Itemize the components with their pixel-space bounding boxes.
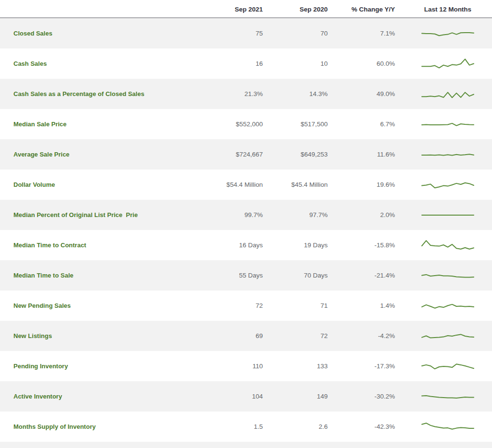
sparkline-last-12-months	[395, 419, 492, 435]
metric-label: Dollar Volume	[0, 181, 205, 188]
value-sep-2021: 69	[205, 332, 263, 339]
value-sep-2021: 99.7%	[205, 211, 263, 218]
sparkline-last-12-months	[395, 56, 492, 72]
value-sep-2021: 16 Days	[205, 242, 263, 249]
table-row: Median Time to Contract 16 Days 19 Days …	[0, 230, 492, 260]
sparkline-chart	[421, 207, 475, 223]
sparkline-trend-line	[422, 32, 474, 35]
sparkline-chart	[421, 237, 475, 254]
value-sep-2021: 72	[205, 302, 263, 309]
value-change-yoy: 6.7%	[328, 121, 395, 128]
market-summary-table: Sep 2021 Sep 2020 % Change Y/Y Last 12 M…	[0, 0, 492, 448]
metric-label: Months Supply of Inventory	[0, 423, 205, 430]
sparkline-trend-line	[422, 423, 474, 429]
value-sep-2020: $649,253	[263, 151, 328, 158]
sparkline-trend-line	[422, 395, 474, 398]
sparkline-trend-line	[422, 304, 474, 308]
table-row: Months Supply of Inventory 1.5 2.6 -42.3…	[0, 412, 492, 442]
sparkline-trend-line	[422, 364, 474, 369]
value-sep-2021: 55 Days	[205, 272, 263, 279]
metric-label: Average Sale Price	[0, 151, 205, 158]
value-change-yoy: -15.8%	[328, 242, 395, 249]
sparkline-last-12-months	[395, 298, 492, 314]
value-sep-2021: 110	[205, 363, 263, 370]
column-header-sep-2021: Sep 2021	[205, 6, 263, 17]
value-sep-2020: 2.6	[263, 423, 328, 430]
sparkline-chart	[421, 358, 475, 375]
value-sep-2020: 14.3%	[263, 90, 328, 97]
value-sep-2020: 149	[263, 393, 328, 400]
value-sep-2021: $552,000	[205, 121, 263, 128]
sparkline-trend-line	[422, 154, 474, 155]
table-header-row: Sep 2021 Sep 2020 % Change Y/Y Last 12 M…	[0, 0, 492, 18]
sparkline-trend-line	[422, 334, 474, 338]
metric-label: Cash Sales	[0, 60, 205, 67]
value-change-yoy: 2.0%	[328, 211, 395, 218]
column-header-sep-2020: Sep 2020	[263, 6, 328, 17]
value-change-yoy: 60.0%	[328, 60, 395, 67]
value-change-yoy: 11.6%	[328, 151, 395, 158]
value-sep-2021: $724,667	[205, 151, 263, 158]
value-sep-2020: $45.4 Million	[263, 181, 328, 188]
value-sep-2020: 133	[263, 363, 328, 370]
metric-label: Closed Sales	[0, 30, 205, 37]
value-sep-2020: 72	[263, 332, 328, 339]
sparkline-chart	[421, 116, 475, 133]
metric-label: Pending Inventory	[0, 363, 205, 370]
sparkline-trend-line	[422, 123, 474, 125]
sparkline-trend-line	[422, 241, 474, 249]
sparkline-last-12-months	[395, 25, 492, 42]
table-row: New Listings 69 72 -4.2%	[0, 321, 492, 351]
value-sep-2021: 1.5	[205, 423, 263, 430]
metric-label: Median Time to Sale	[0, 272, 205, 279]
table-row: Median Time to Sale 55 Days 70 Days -21.…	[0, 260, 492, 291]
table-row: Closed Sales 75 70 7.1%	[0, 18, 492, 48]
sparkline-chart	[421, 267, 475, 284]
sparkline-last-12-months	[395, 116, 492, 133]
value-change-yoy: -42.3%	[328, 423, 395, 430]
table-row: Dollar Volume $54.4 Million $45.4 Millio…	[0, 170, 492, 200]
value-sep-2020: $517,500	[263, 121, 328, 128]
value-sep-2021: 104	[205, 393, 263, 400]
sparkline-chart	[421, 146, 475, 163]
value-sep-2020: 71	[263, 302, 328, 309]
sparkline-last-12-months	[395, 177, 492, 193]
value-change-yoy: 49.0%	[328, 90, 395, 97]
sparkline-trend-line	[422, 182, 474, 187]
value-sep-2020: 70	[263, 30, 328, 37]
metric-label: Active Inventory	[0, 393, 205, 400]
sparkline-last-12-months	[395, 388, 492, 405]
sparkline-chart	[421, 298, 475, 314]
metric-label: Median Sale Price	[0, 121, 205, 128]
sparkline-last-12-months	[395, 237, 492, 254]
column-header-last-12-months: Last 12 Months	[395, 6, 492, 17]
table-row: Active Inventory 104 149 -30.2%	[0, 381, 492, 412]
table-row: Cash Sales 16 10 60.0%	[0, 48, 492, 79]
sparkline-chart	[421, 177, 475, 193]
sparkline-last-12-months	[395, 146, 492, 163]
value-change-yoy: -21.4%	[328, 272, 395, 279]
table-body: Closed Sales 75 70 7.1% Cash Sales 16 10…	[0, 18, 492, 442]
value-sep-2020: 97.7%	[263, 211, 328, 218]
sparkline-chart	[421, 419, 475, 435]
metric-label: Cash Sales as a Percentage of Closed Sal…	[0, 90, 205, 97]
value-change-yoy: 19.6%	[328, 181, 395, 188]
table-row: New Pending Sales 72 71 1.4%	[0, 291, 492, 321]
value-sep-2021: $54.4 Million	[205, 181, 263, 188]
value-change-yoy: -4.2%	[328, 332, 395, 339]
sparkline-chart	[421, 328, 475, 344]
value-sep-2021: 21.3%	[205, 90, 263, 97]
value-sep-2020: 10	[263, 60, 328, 67]
metric-label: New Pending Sales	[0, 302, 205, 309]
value-sep-2021: 75	[205, 30, 263, 37]
table-row: Median Percent of Original List Price Pr…	[0, 200, 492, 230]
value-change-yoy: 7.1%	[328, 30, 395, 37]
table-row: Median Sale Price $552,000 $517,500 6.7%	[0, 109, 492, 139]
value-sep-2020: 70 Days	[263, 272, 328, 279]
table-row: Cash Sales as a Percentage of Closed Sal…	[0, 79, 492, 109]
sparkline-last-12-months	[395, 86, 492, 102]
next-row-edge	[0, 442, 492, 448]
value-sep-2021: 16	[205, 60, 263, 67]
sparkline-last-12-months	[395, 328, 492, 344]
sparkline-trend-line	[422, 92, 474, 97]
